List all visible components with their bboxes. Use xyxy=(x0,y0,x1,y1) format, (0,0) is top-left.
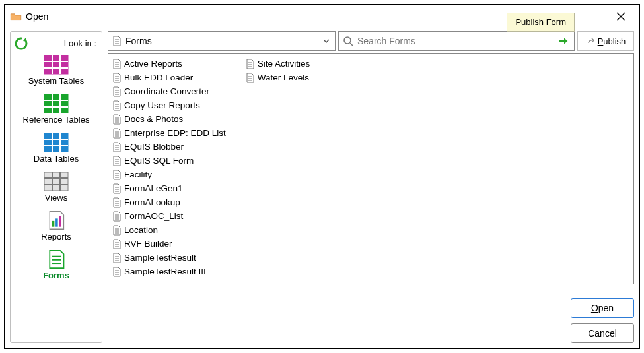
close-icon xyxy=(616,12,626,21)
file-name: Bulk EDD Loader xyxy=(124,73,193,82)
file-name: Copy User Reports xyxy=(124,100,200,110)
sidebar-item-label: Data Tables xyxy=(34,154,79,164)
file-item[interactable]: RVF Builder xyxy=(112,237,234,251)
sidebar-item-label: Reports xyxy=(41,232,71,241)
file-item[interactable]: FormALookup xyxy=(112,195,234,209)
file-list: Active ReportsBulk EDD LoaderCoordinate … xyxy=(108,53,634,284)
svg-rect-22 xyxy=(52,221,55,227)
file-item[interactable]: EQuIS SQL Form xyxy=(112,154,234,168)
file-item[interactable]: SampleTestResult xyxy=(112,251,234,265)
publish-button[interactable]: Publish xyxy=(577,31,634,51)
cancel-label: Cancel xyxy=(588,328,617,338)
close-button[interactable] xyxy=(608,7,634,26)
search-box[interactable] xyxy=(338,31,575,51)
svg-rect-7 xyxy=(44,94,68,113)
sidebar-item-label: System Tables xyxy=(28,76,84,86)
cancel-button[interactable]: Cancel xyxy=(571,323,634,343)
document-icon xyxy=(112,114,122,125)
document-icon xyxy=(246,73,255,83)
file-name: Water Levels xyxy=(258,73,309,82)
file-name: SampleTestResult xyxy=(124,253,196,263)
table-icon xyxy=(44,133,69,152)
table-icon xyxy=(44,94,69,113)
file-item[interactable]: EQuIS Blobber xyxy=(112,140,234,154)
file-name: FormAOC_List xyxy=(124,211,183,221)
file-item[interactable]: Water Levels xyxy=(246,71,318,84)
file-name: Docs & Photos xyxy=(124,114,183,124)
file-item[interactable]: Docs & Photos xyxy=(112,112,234,126)
document-icon xyxy=(112,170,122,180)
file-name: Enterprise EDP: EDD List xyxy=(124,128,226,138)
sidebar-item-data-tables[interactable]: Data Tables xyxy=(11,131,102,165)
lookin-combo[interactable]: Forms xyxy=(108,31,336,51)
search-icon xyxy=(343,36,353,46)
document-icon xyxy=(112,197,122,208)
document-icon xyxy=(112,267,122,277)
file-name: Site Activities xyxy=(258,59,310,69)
file-item[interactable]: Coordinate Converter xyxy=(112,84,234,98)
search-input[interactable] xyxy=(356,35,555,47)
document-icon xyxy=(112,59,122,69)
document-icon xyxy=(112,128,122,139)
sidebar-item-label: Reference Tables xyxy=(23,115,90,125)
file-name: RVF Builder xyxy=(124,239,172,249)
document-icon xyxy=(112,100,122,111)
file-name: FormALeGen1 xyxy=(124,183,183,193)
file-name: EQuIS Blobber xyxy=(124,142,184,152)
document-icon xyxy=(112,86,122,97)
file-item[interactable]: SampleTestResult III xyxy=(112,265,234,278)
sidebar-item-reference-tables[interactable]: Reference Tables xyxy=(11,92,102,126)
window-title: Open xyxy=(26,11,48,22)
file-name: Location xyxy=(124,225,158,235)
sidebar-item-reports[interactable]: Reports xyxy=(11,209,102,243)
file-item[interactable]: FormAOC_List xyxy=(112,209,234,223)
svg-rect-2 xyxy=(44,55,68,74)
sidebar-item-forms[interactable]: Forms xyxy=(11,248,102,282)
file-name: Facility xyxy=(124,170,152,179)
toolbar: Forms xyxy=(108,31,634,51)
file-item[interactable]: Facility xyxy=(112,168,234,181)
svg-line-32 xyxy=(350,43,353,46)
file-item[interactable]: Copy User Reports xyxy=(112,98,234,112)
report-icon xyxy=(44,210,69,230)
file-item[interactable]: FormALeGen1 xyxy=(112,181,234,195)
document-icon xyxy=(112,156,122,166)
refresh-icon[interactable] xyxy=(13,36,29,51)
document-icon xyxy=(112,253,122,263)
open-button[interactable]: Open xyxy=(571,298,634,318)
document-icon xyxy=(112,211,122,222)
file-item[interactable]: Enterprise EDP: EDD List xyxy=(112,126,234,140)
sidebar-item-label: Forms xyxy=(43,271,69,280)
file-item[interactable]: Bulk EDD Loader xyxy=(112,71,234,84)
sidebar-item-label: Views xyxy=(45,193,67,203)
svg-rect-12 xyxy=(44,133,68,152)
sidebar: Look in : System TablesReference TablesD… xyxy=(10,31,102,343)
folder-icon xyxy=(10,12,22,21)
open-label: Open xyxy=(591,303,614,313)
share-icon xyxy=(586,36,595,46)
go-arrow-icon[interactable] xyxy=(558,36,570,46)
document-icon xyxy=(112,73,122,83)
table-icon xyxy=(44,55,69,75)
file-name: Coordinate Converter xyxy=(124,86,209,96)
sidebar-item-system-tables[interactable]: System Tables xyxy=(11,53,102,87)
lookin-combo-value: Forms xyxy=(125,36,322,46)
document-icon xyxy=(112,36,122,46)
file-item[interactable]: Site Activities xyxy=(246,57,318,71)
file-name: FormALookup xyxy=(124,197,180,207)
svg-rect-23 xyxy=(55,218,58,226)
file-item[interactable]: Location xyxy=(112,223,234,237)
svg-rect-24 xyxy=(59,216,61,227)
chevron-down-icon xyxy=(322,36,331,46)
file-name: SampleTestResult III xyxy=(124,267,206,276)
document-icon xyxy=(246,59,255,69)
table-icon xyxy=(44,172,69,191)
publish-tooltip: Publish Form xyxy=(507,13,575,32)
svg-point-31 xyxy=(344,37,351,44)
publish-label: Publish xyxy=(598,36,626,46)
form-icon xyxy=(44,249,69,269)
file-item[interactable]: Active Reports xyxy=(112,57,234,71)
sidebar-item-views[interactable]: Views xyxy=(11,170,102,204)
document-icon xyxy=(112,183,122,194)
svg-rect-17 xyxy=(44,172,68,191)
